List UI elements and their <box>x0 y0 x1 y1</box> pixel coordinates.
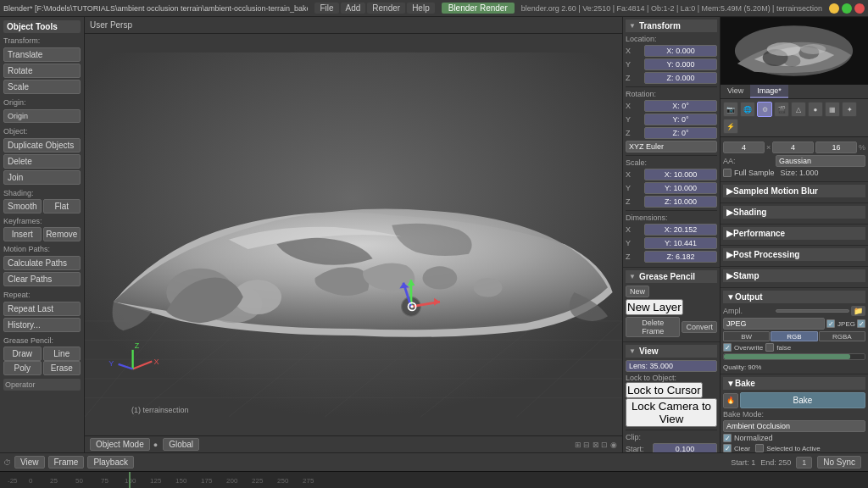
rotate-button[interactable]: Rotate <box>3 64 81 78</box>
dim-z-input[interactable]: Z: 6.182 <box>644 251 717 263</box>
view-timeline-button[interactable]: View <box>14 456 45 469</box>
origin-button[interactable]: Origin <box>3 109 81 123</box>
rotation-x-input[interactable]: X: 0° <box>644 100 717 112</box>
rotation-z-input[interactable]: Z: 0° <box>644 127 717 139</box>
dim-y-input[interactable]: Y: 10.441 <box>644 237 717 249</box>
normalized-checkbox[interactable]: ✓ <box>723 434 732 442</box>
scale-z-input[interactable]: Z: 10.000 <box>644 196 717 208</box>
grease-pencil-new-button[interactable]: New <box>626 286 649 297</box>
scale-y-input[interactable]: Y: 10.000 <box>644 182 717 194</box>
browse-output-button[interactable]: 📁 <box>851 306 865 316</box>
transform-title[interactable]: ▼ Transform <box>626 19 717 32</box>
clear-checkbox[interactable]: ✓ <box>723 444 732 452</box>
playback-button[interactable]: Playback <box>87 456 134 469</box>
minimize-button[interactable] <box>829 3 839 14</box>
render-y-input[interactable]: 4 <box>772 141 814 153</box>
erase-button[interactable]: Erase <box>43 361 81 375</box>
frame-scrubber[interactable]: -25 0 25 50 75 100 125 150 175 200 225 2… <box>0 471 868 488</box>
scale-button[interactable]: Scale <box>3 80 81 94</box>
view-title[interactable]: ▼ View <box>626 345 717 358</box>
output-path-input[interactable] <box>776 309 849 313</box>
rotation-y-input[interactable]: Y: 0° <box>644 114 717 125</box>
viewport-canvas[interactable]: X Z Y (1) terrainse <box>85 34 622 435</box>
render-scene-icon[interactable]: 🎬 <box>774 102 789 117</box>
selected-active-checkbox[interactable] <box>755 444 764 452</box>
sampled-motion-blur-title[interactable]: ▶ Sampled Motion Blur <box>723 185 865 197</box>
dim-x-input[interactable]: X: 20.152 <box>644 224 717 236</box>
lock-cursor-button[interactable]: Lock to Cursor <box>626 382 703 398</box>
line-button[interactable]: Line <box>43 347 81 361</box>
file-extensions-checkbox[interactable]: ✓ <box>826 319 835 328</box>
smooth-button[interactable]: Smooth <box>3 199 42 214</box>
duplicate-objects-button[interactable]: Duplicate Objects <box>3 138 81 152</box>
delete-button[interactable]: Delete <box>3 154 81 169</box>
menu-render[interactable]: Render <box>367 3 405 14</box>
full-sample-checkbox[interactable] <box>723 169 732 177</box>
location-x-input[interactable]: X: 0.000 <box>644 45 717 57</box>
bake-button[interactable]: Bake <box>740 392 865 408</box>
image-tab[interactable]: Image* <box>750 85 788 98</box>
render-phys-icon[interactable]: ⚡ <box>723 119 738 134</box>
menu-add[interactable]: Add <box>341 3 366 14</box>
translate-button[interactable]: Translate <box>3 47 81 62</box>
render-mesh-icon[interactable]: △ <box>791 102 806 117</box>
location-z-input[interactable]: Z: 0.000 <box>644 72 717 84</box>
scale-x-input[interactable]: X: 10.000 <box>644 169 717 180</box>
post-processing-title[interactable]: ▶ Post Processing <box>723 248 865 261</box>
flat-button[interactable]: Flat <box>43 199 81 214</box>
clear-paths-button[interactable]: Clear Paths <box>3 272 81 286</box>
bw-swatch[interactable]: BW <box>723 331 770 341</box>
insert-keyframe-button[interactable]: Insert <box>3 227 42 241</box>
rotation-mode-dropdown[interactable]: XYZ Euler <box>626 141 717 152</box>
aa-dropdown[interactable]: Gaussian <box>776 155 865 167</box>
rgba-swatch[interactable]: RGBA <box>819 331 865 341</box>
grease-pencil-title[interactable]: ▼ Grease Pencil <box>626 270 717 283</box>
bake-mode-dropdown[interactable]: Ambient Occlusion <box>723 420 865 432</box>
remove-keyframe-button[interactable]: Remove <box>43 227 81 241</box>
view-tab[interactable]: View <box>721 85 750 98</box>
overwrite2-checkbox[interactable]: ✓ <box>723 343 732 352</box>
shading-label: Shading: <box>3 189 81 197</box>
render-world-icon[interactable]: 🌐 <box>740 102 755 117</box>
rgb-swatch[interactable]: RGB <box>771 331 817 341</box>
format-dropdown[interactable]: JPEG <box>723 318 825 330</box>
render-tex-icon[interactable]: ▦ <box>825 102 840 117</box>
poly-button[interactable]: Poly <box>3 361 42 375</box>
render-part-icon[interactable]: ✦ <box>842 102 857 117</box>
repeat-last-button[interactable]: Repeat Last <box>3 302 81 316</box>
clip-start-input[interactable]: 0.100 <box>653 443 717 452</box>
render-percent-input[interactable]: 16 <box>815 141 857 153</box>
render-camera-icon[interactable]: 📷 <box>723 102 738 117</box>
render-x-input[interactable]: 4 <box>723 141 765 153</box>
menu-file[interactable]: File <box>314 3 338 14</box>
output-title[interactable]: ▼ Output <box>723 291 865 303</box>
engine-selector[interactable]: Blender Render <box>442 3 515 14</box>
new-layer-button[interactable]: New Layer <box>626 299 683 315</box>
close-button[interactable] <box>854 3 865 14</box>
lens-input[interactable]: Lens: 35.000 <box>626 360 717 372</box>
delete-frame-button[interactable]: Delete Frame <box>626 317 680 337</box>
convert-button[interactable]: Convert <box>682 321 717 333</box>
stamp-title[interactable]: ▶ Stamp <box>723 269 865 282</box>
render-mat-icon[interactable]: ● <box>808 102 823 117</box>
join-button[interactable]: Join <box>3 170 81 185</box>
calculate-paths-button[interactable]: Calculate Paths <box>3 256 81 270</box>
menu-help[interactable]: Help <box>407 3 435 14</box>
frame-button[interactable]: Frame <box>48 456 85 469</box>
bake-title[interactable]: ▼ Bake <box>723 377 865 390</box>
current-frame-input[interactable]: 1 <box>796 457 812 469</box>
placeholders-checkbox[interactable] <box>765 343 774 352</box>
shading-section-title[interactable]: ▶ Shading <box>723 206 865 219</box>
history-button[interactable]: History... <box>3 318 81 332</box>
location-y-input[interactable]: Y: 0.000 <box>644 58 717 70</box>
lock-camera-button[interactable]: Lock Camera to View <box>626 398 717 427</box>
3d-viewport[interactable]: User Persp <box>85 17 622 452</box>
draw-button[interactable]: Draw <box>3 347 42 361</box>
render-props-icon[interactable]: ⚙ <box>757 102 772 117</box>
no-sync-button[interactable]: No Sync <box>817 456 861 469</box>
global-local-selector[interactable]: Global <box>163 438 199 451</box>
overwrite-checkbox[interactable]: ✓ <box>857 319 865 328</box>
performance-title[interactable]: ▶ Performance <box>723 227 865 240</box>
maximize-button[interactable] <box>842 3 852 14</box>
viewport-mode-selector[interactable]: Object Mode <box>90 438 150 451</box>
